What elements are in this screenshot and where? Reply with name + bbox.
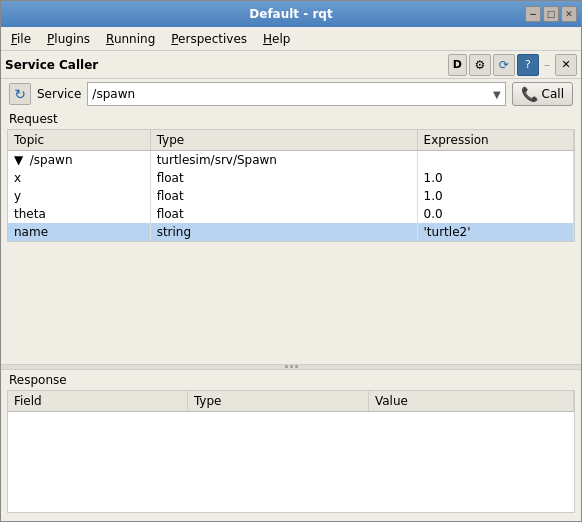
service-row: ↻ Service /spawn ▼ 📞 Call [1, 79, 581, 109]
menu-running[interactable]: Running [100, 30, 161, 48]
window-title: Default - rqt [9, 7, 573, 21]
service-label: Service [37, 87, 81, 101]
resp-col-field: Field [8, 391, 187, 412]
maximize-button[interactable]: □ [543, 6, 559, 22]
response-section-label: Response [1, 370, 581, 390]
menu-file[interactable]: File [5, 30, 37, 48]
response-table: Field Type Value [8, 391, 574, 412]
call-button[interactable]: 📞 Call [512, 82, 573, 106]
splitter-dot [290, 365, 293, 368]
row1-expression[interactable]: 1.0 [417, 169, 573, 187]
toolbar-separator: – [544, 58, 550, 72]
toolbar-icon-group: D ⚙ ⟳ ? – ✕ [448, 54, 577, 76]
row1-topic: x [8, 169, 150, 187]
title-bar: Default - rqt − □ ✕ [1, 1, 581, 27]
menu-running-label: Running [106, 32, 155, 46]
table-row-selected[interactable]: name string 'turtle2' [8, 223, 574, 241]
request-table-body: ▼ /spawn turtlesim/srv/Spawn x float 1.0… [8, 151, 574, 242]
main-content: ↻ Service /spawn ▼ 📞 Call Request Topic … [1, 79, 581, 521]
menu-perspectives-label: Perspectives [171, 32, 247, 46]
menu-file-label: File [11, 32, 31, 46]
tree-expand-icon[interactable]: ▼ [14, 153, 26, 167]
row0-topic: ▼ /spawn [8, 151, 150, 170]
menu-plugins-label: Plugins [47, 32, 90, 46]
row4-topic: name [8, 223, 150, 241]
window-controls: − □ ✕ [525, 6, 577, 22]
table-row[interactable]: ▼ /spawn turtlesim/srv/Spawn [8, 151, 574, 170]
call-label: Call [542, 87, 564, 101]
close-button[interactable]: ✕ [561, 6, 577, 22]
request-spacer [1, 242, 581, 364]
menu-help-label: Help [263, 32, 290, 46]
row4-expression[interactable]: 'turtle2' [417, 223, 573, 241]
col-expression: Expression [417, 130, 573, 151]
row2-expression[interactable]: 1.0 [417, 187, 573, 205]
splitter-handle [285, 365, 298, 368]
bottom-padding [1, 513, 581, 521]
row1-type: float [150, 169, 417, 187]
service-caller-title: Service Caller [5, 58, 448, 72]
help-icon-button[interactable]: ? [517, 54, 539, 76]
menu-bar: File Plugins Running Perspectives Help [1, 27, 581, 51]
menu-help[interactable]: Help [257, 30, 296, 48]
menu-plugins[interactable]: Plugins [41, 30, 96, 48]
response-table-header: Field Type Value [8, 391, 574, 412]
row3-topic: theta [8, 205, 150, 223]
table-row[interactable]: y float 1.0 [8, 187, 574, 205]
call-phone-icon: 📞 [521, 86, 538, 102]
d-icon-button[interactable]: D [448, 54, 467, 76]
plugin-toolbar: Service Caller D ⚙ ⟳ ? – ✕ [1, 51, 581, 79]
request-table-header: Topic Type Expression [8, 130, 574, 151]
main-window: Default - rqt − □ ✕ File Plugins Running… [0, 0, 582, 522]
table-row[interactable]: theta float 0.0 [8, 205, 574, 223]
service-dropdown[interactable]: /spawn ▼ [87, 82, 505, 106]
row2-type: float [150, 187, 417, 205]
row0-type: turtlesim/srv/Spawn [150, 151, 417, 170]
row3-type: float [150, 205, 417, 223]
menu-perspectives[interactable]: Perspectives [165, 30, 253, 48]
resp-col-value: Value [368, 391, 573, 412]
col-type: Type [150, 130, 417, 151]
row0-expression [417, 151, 573, 170]
plugin-close-button[interactable]: ✕ [555, 54, 577, 76]
request-table-container: Topic Type Expression ▼ /spawn turtlesim… [7, 129, 575, 242]
service-value: /spawn [92, 87, 135, 101]
splitter-dot [295, 365, 298, 368]
dropdown-arrow-icon: ▼ [493, 89, 501, 100]
request-section-label: Request [1, 109, 581, 129]
col-topic: Topic [8, 130, 150, 151]
settings-icon-button[interactable]: ⚙ [469, 54, 491, 76]
row3-expression[interactable]: 0.0 [417, 205, 573, 223]
table-row[interactable]: x float 1.0 [8, 169, 574, 187]
request-table: Topic Type Expression ▼ /spawn turtlesim… [8, 130, 574, 241]
connect-icon-button[interactable]: ⟳ [493, 54, 515, 76]
resp-col-type: Type [187, 391, 368, 412]
refresh-button[interactable]: ↻ [9, 83, 31, 105]
response-table-container: Field Type Value [7, 390, 575, 514]
splitter-dot [285, 365, 288, 368]
row2-topic: y [8, 187, 150, 205]
minimize-button[interactable]: − [525, 6, 541, 22]
row4-type: string [150, 223, 417, 241]
